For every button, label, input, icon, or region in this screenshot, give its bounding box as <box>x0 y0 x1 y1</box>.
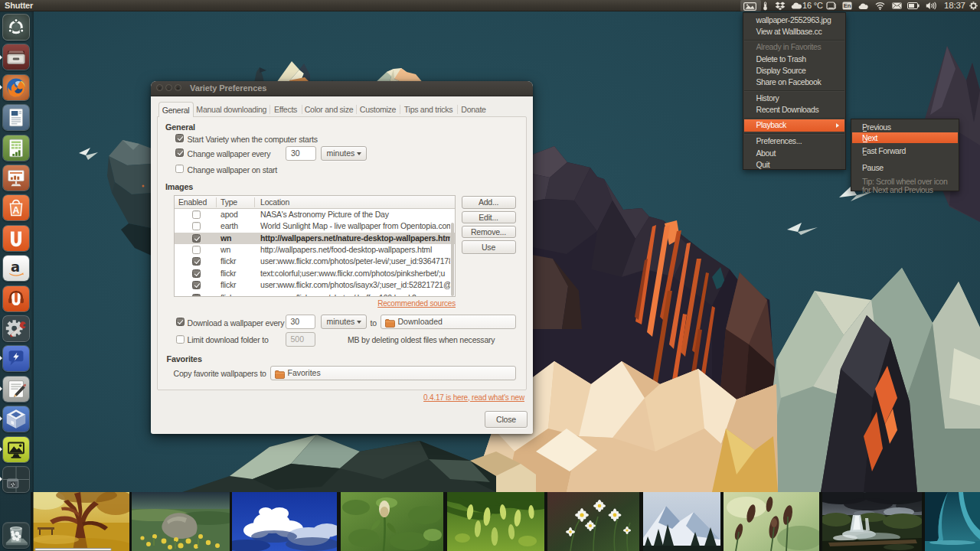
recommended-sources-link[interactable]: Recommended sources <box>377 299 456 308</box>
thumbnail-pine-catkins[interactable] <box>447 492 544 551</box>
enabled-checkbox[interactable] <box>192 222 201 230</box>
thumbnail-meadow-rock[interactable] <box>132 492 230 551</box>
session-gear-icon[interactable] <box>969 2 978 13</box>
table-row[interactable]: flickr user:www.flickr.com/photos/;buffe… <box>175 292 455 298</box>
ubuntuone-cloud-icon[interactable] <box>858 2 868 14</box>
menu-item-about[interactable]: About <box>744 148 844 159</box>
use-button[interactable]: Use <box>462 240 516 254</box>
favorites-section-heading: Favorites <box>167 354 202 364</box>
menu-item-history[interactable]: History <box>744 93 844 104</box>
limit-folder-value-input[interactable]: 500 <box>286 332 316 347</box>
thumbnail-autumn-tree[interactable] <box>33 492 129 551</box>
remove-button[interactable]: Remove... <box>462 226 516 239</box>
enabled-checkbox[interactable] <box>192 294 201 298</box>
table-row[interactable]: flickr text:colorful;user:www.flickr.com… <box>175 268 455 279</box>
thumbnail-daisies[interactable] <box>547 492 639 551</box>
favorites-folder-chooser[interactable]: Favorites <box>270 366 516 380</box>
version-link[interactable]: 0.4.17 is here, read what's new <box>423 393 524 402</box>
launcher-item-system-settings[interactable] <box>2 315 30 342</box>
download-folder-chooser[interactable]: Downloaded <box>381 315 516 329</box>
battery-icon[interactable] <box>907 2 920 14</box>
launcher-item-firefox[interactable] <box>2 74 30 101</box>
window-titlebar[interactable]: × – + Variety Preferences <box>151 81 533 96</box>
thermometer-icon[interactable] <box>763 2 768 13</box>
launcher-item-messenger[interactable] <box>2 345 30 372</box>
edit-button[interactable]: Edit... <box>462 211 516 223</box>
menu-item-share-on-facebook[interactable]: Share on Facebook <box>744 77 844 88</box>
table-row-selected[interactable]: wn http://wallpapers.net/nature-desktop-… <box>175 233 455 244</box>
launcher-item-libreoffice-impress[interactable] <box>2 165 30 191</box>
tab-general[interactable]: General <box>158 102 194 117</box>
table-row[interactable]: wn http://wallpapers.net/food-desktop-wa… <box>175 244 455 256</box>
menu-item-preferences[interactable]: Preferences... <box>744 135 844 147</box>
table-row[interactable]: flickr user:www.flickr.com/photos/peter-… <box>175 256 455 267</box>
launcher-item-libreoffice-calc[interactable] <box>2 135 30 161</box>
menu-item-wallpaper-file[interactable]: wallpaper-2552963.jpg <box>744 15 844 26</box>
launcher-item-amazon[interactable]: a <box>2 255 30 282</box>
tab-donate[interactable]: Donate <box>457 102 490 117</box>
enabled-checkbox[interactable] <box>192 269 201 278</box>
launcher-item-variety[interactable] <box>2 436 30 463</box>
tab-color-and-size[interactable]: Color and size <box>302 102 356 117</box>
limit-folder-checkbox[interactable] <box>176 335 185 344</box>
clock-text[interactable]: 18:37 <box>944 0 965 11</box>
launcher-item-virtualbox[interactable] <box>2 406 30 432</box>
menu-item-display-source[interactable]: Display Source <box>744 65 844 77</box>
thumbnail-waterfall[interactable] <box>822 492 922 551</box>
thumbnail-iceberg[interactable] <box>925 492 980 551</box>
launcher-item-software-center[interactable]: A <box>2 194 30 221</box>
window-maximize-button[interactable]: + <box>175 84 181 91</box>
menu-item-recent-downloads[interactable]: Recent Downloads <box>744 104 844 116</box>
tab-effects[interactable]: Effects <box>270 102 302 117</box>
launcher-item-dash-home[interactable] <box>2 14 30 41</box>
thumbnail-clouds[interactable] <box>232 492 337 551</box>
launcher-item-trash[interactable] <box>2 522 30 549</box>
menu-item-playback[interactable]: Playback <box>744 119 844 131</box>
tab-manual-downloading[interactable]: Manual downloading <box>194 102 270 117</box>
mail-icon[interactable] <box>892 2 902 14</box>
launcher-item-text-editor[interactable] <box>2 376 30 403</box>
dropbox-icon[interactable] <box>775 2 786 13</box>
change-on-start-checkbox[interactable] <box>175 165 184 173</box>
tab-customize[interactable]: Customize <box>356 102 400 117</box>
enabled-checkbox[interactable] <box>192 234 201 243</box>
download-every-checkbox[interactable] <box>176 318 185 326</box>
download-every-unit-select[interactable]: minutes <box>321 315 367 329</box>
change-every-unit-select[interactable]: minutes <box>321 146 367 161</box>
menu-item-quit[interactable]: Quit <box>744 159 844 171</box>
launcher-item-files[interactable] <box>2 44 30 70</box>
thumbnail-vintage-meadow[interactable] <box>724 492 819 551</box>
thumbnail-green-plant[interactable] <box>341 492 443 551</box>
enabled-checkbox[interactable] <box>192 210 201 219</box>
enabled-checkbox[interactable] <box>192 281 201 289</box>
table-row[interactable]: earth World Sunlight Map - live wallpape… <box>175 220 455 232</box>
autostart-checkbox[interactable] <box>175 134 184 142</box>
launcher-item-ubuntuone-music[interactable] <box>2 285 30 312</box>
submenu-item-fast-forward[interactable]: Fast Forward <box>852 145 958 157</box>
close-button[interactable]: Close <box>485 411 528 428</box>
launcher-item-libreoffice-writer[interactable] <box>2 104 30 131</box>
enabled-checkbox[interactable] <box>192 246 201 254</box>
image-sources-table[interactable]: Enabled Type Location apod NASA's Astron… <box>174 195 456 297</box>
thumbnail-snow-mountain[interactable] <box>643 492 720 551</box>
window-close-button[interactable]: × <box>156 84 163 91</box>
change-every-checkbox[interactable] <box>175 148 184 157</box>
wifi-icon[interactable] <box>875 2 885 13</box>
change-every-value-input[interactable]: 30 <box>286 146 316 161</box>
submenu-item-next[interactable]: Next <box>852 132 958 143</box>
table-row[interactable]: apod NASA's Astronomy Picture of the Day <box>175 209 455 220</box>
launcher-item-shutter[interactable] <box>2 466 30 493</box>
window-minimize-button[interactable]: – <box>165 84 172 91</box>
add-button[interactable]: Add... <box>462 196 516 209</box>
menu-item-view-at-wallbase[interactable]: View at Wallbase.cc <box>744 26 844 37</box>
tab-tips-and-tricks[interactable]: Tips and tricks <box>400 102 457 117</box>
menu-item-delete-to-trash[interactable]: Delete to Trash <box>744 54 844 65</box>
table-row[interactable]: flickr user:www.flickr.com/photos/isayx3… <box>175 279 455 291</box>
submenu-item-pause[interactable]: Pause <box>852 162 958 174</box>
download-every-value-input[interactable]: 30 <box>286 315 316 329</box>
enabled-checkbox[interactable] <box>192 257 201 266</box>
launcher-item-ubuntu-one[interactable] <box>2 225 30 252</box>
table-scrollbar[interactable] <box>451 223 454 296</box>
sound-icon[interactable] <box>926 2 937 13</box>
table-header[interactable]: Enabled Type Location <box>175 196 455 209</box>
